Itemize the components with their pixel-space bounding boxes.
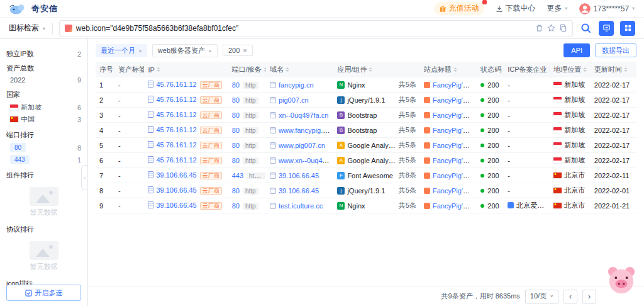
app-count-link[interactable]: 共5条 <box>399 140 416 150</box>
app-count-link[interactable]: 共5条 <box>399 110 416 120</box>
table-row[interactable]: 9 - 39.106.66.45云厂商 80http test.iculture… <box>96 198 636 213</box>
column-header[interactable]: 序号 <box>96 62 114 77</box>
ip-link[interactable]: 45.76.161.12 <box>156 111 196 118</box>
column-header[interactable]: 更新时间 <box>591 62 636 77</box>
sort-icon[interactable] <box>369 67 372 72</box>
port-link[interactable]: 80 <box>232 96 240 104</box>
site-title-link[interactable]: FancyPig's blo... <box>433 127 477 134</box>
ip-doc-icon[interactable] <box>148 186 153 193</box>
ip-link[interactable]: 39.106.66.45 <box>156 201 196 209</box>
app-count-link[interactable]: 共5条 <box>399 80 416 89</box>
site-title-link[interactable]: FancyPig's blo... <box>433 172 477 179</box>
domain-link[interactable]: fancypig.cn <box>279 81 314 89</box>
table-row[interactable]: 1 - 45.76.161.12云厂商 80http fancypig.cn N… <box>96 77 636 93</box>
sort-icon[interactable] <box>453 67 457 72</box>
port-link[interactable]: 80 <box>232 142 240 149</box>
domain-link[interactable]: www.fancypig.cn <box>279 127 330 134</box>
close-icon[interactable]: × <box>243 47 247 54</box>
multi-select-button[interactable]: 开启多选 <box>6 285 81 301</box>
domain-link[interactable]: www.xn--0uq497fa... <box>279 157 334 164</box>
table-row[interactable]: 4 - 45.76.161.12云厂商 80http www.fancypig.… <box>96 123 636 138</box>
ip-doc-icon[interactable] <box>148 126 153 133</box>
table-row[interactable]: 2 - 45.76.161.12云厂商 80http pig007.cn jjQ… <box>96 93 636 108</box>
column-header[interactable]: 站点标题 <box>420 62 477 77</box>
search-input[interactable]: web.icon="d4e9b75f58a5663b6f38efa8bf01cf… <box>59 20 573 37</box>
brand-logo[interactable]: 奇安信 <box>9 3 58 15</box>
column-header[interactable]: ICP备案企业 <box>504 62 550 77</box>
account-menu[interactable]: 173*****57 ∨ <box>579 3 635 14</box>
pig-mascot[interactable] <box>605 265 638 297</box>
ip-link[interactable]: 45.76.161.12 <box>156 141 196 149</box>
sort-icon[interactable] <box>583 67 587 72</box>
port-link[interactable]: 443 <box>232 172 243 179</box>
asset-type-filter[interactable]: web服务器资产 ∨ <box>152 44 218 57</box>
app-count-link[interactable]: 共5条 <box>399 95 416 105</box>
sort-icon[interactable] <box>503 67 504 72</box>
domain-link[interactable]: pig007.cn <box>279 96 309 104</box>
page-size-select[interactable]: 10/页 ∨ <box>525 290 558 303</box>
ip-link[interactable]: 45.76.161.12 <box>156 156 196 164</box>
sort-icon[interactable] <box>157 67 160 72</box>
app-count-link[interactable]: 共5条 <box>399 125 416 135</box>
ip-link[interactable]: 45.76.161.12 <box>156 81 196 88</box>
table-row[interactable]: 8 - 39.106.66.45云厂商 80http 39.106.66.45 … <box>96 183 636 198</box>
prev-page-button[interactable]: ‹ <box>564 290 577 303</box>
sort-icon[interactable] <box>624 67 628 72</box>
search-mode-select[interactable]: 图标检索 ∨ <box>9 23 46 33</box>
table-row[interactable]: 6 - 45.76.161.12云厂商 80http www.xn--0uq49… <box>96 153 636 168</box>
ip-doc-icon[interactable] <box>148 111 153 118</box>
ip-link[interactable]: 45.76.161.12 <box>156 96 196 103</box>
app-count-link[interactable]: 共5条 <box>399 156 416 165</box>
data-view-button[interactable] <box>620 21 635 36</box>
status-filter-tag[interactable]: 200 × <box>223 45 253 56</box>
domain-link[interactable]: test.iculture.cc <box>279 202 323 210</box>
export-button[interactable]: 数据导出 <box>595 43 636 57</box>
site-title-link[interactable]: FancyPig's blo... <box>433 81 477 89</box>
site-title-link[interactable]: FancyPig's blo... <box>433 142 477 149</box>
ip-link[interactable]: 39.106.66.45 <box>156 186 196 194</box>
app-count-link[interactable]: 共8条 <box>399 171 416 180</box>
ip-doc-icon[interactable] <box>148 171 153 178</box>
port-item[interactable]: 80 8 <box>6 142 81 154</box>
aggregate-analysis-button[interactable] <box>599 21 614 36</box>
column-header[interactable]: 端口/服务 <box>228 62 266 77</box>
sort-icon[interactable] <box>264 67 266 72</box>
domain-link[interactable]: 39.106.66.45 <box>279 172 319 179</box>
country-item[interactable]: 中国 3 <box>6 113 81 125</box>
site-title-link[interactable]: FancyPig's blo... <box>433 157 477 164</box>
ip-doc-icon[interactable] <box>148 141 153 148</box>
column-header[interactable]: 资产标签 <box>114 62 144 77</box>
ip-doc-icon[interactable] <box>148 81 153 88</box>
api-button[interactable]: API <box>564 43 590 57</box>
favorite-star-icon[interactable] <box>547 24 555 32</box>
column-header[interactable]: 地理位置 <box>550 62 591 77</box>
column-header[interactable]: 应用/组件 <box>333 62 420 77</box>
port-link[interactable]: 80 <box>232 157 240 164</box>
app-count-link[interactable]: 共5条 <box>399 186 416 195</box>
site-title-link[interactable]: FancyPig's blo... <box>433 202 477 210</box>
port-link[interactable]: 80 <box>232 202 240 210</box>
domain-link[interactable]: xn--0uq497fa.cn <box>279 111 329 119</box>
domain-link[interactable]: www.pig007.cn <box>279 142 325 149</box>
port-link[interactable]: 80 <box>232 187 240 195</box>
port-item[interactable]: 443 1 <box>6 154 81 166</box>
ip-link[interactable]: 39.106.66.45 <box>156 171 196 179</box>
column-header[interactable]: IP <box>144 62 228 77</box>
ip-doc-icon[interactable] <box>148 96 153 103</box>
table-row[interactable]: 3 - 45.76.161.12云厂商 80http xn--0uq497fa.… <box>96 108 636 123</box>
site-title-link[interactable]: FancyPig's blo... <box>433 187 477 195</box>
ip-doc-icon[interactable] <box>148 201 153 208</box>
country-item[interactable]: 新加坡 6 <box>6 101 81 113</box>
more-menu[interactable]: 更多 ∨ <box>547 3 569 14</box>
search-icon[interactable] <box>580 23 591 33</box>
next-page-button[interactable]: › <box>582 290 596 303</box>
sort-icon[interactable] <box>549 67 550 72</box>
ip-link[interactable]: 45.76.161.12 <box>156 126 196 133</box>
column-header[interactable]: 状态码 <box>477 62 504 77</box>
copy-icon[interactable] <box>559 24 567 32</box>
site-title-link[interactable]: FancyPig's blo... <box>433 111 477 119</box>
recharge-activity-link[interactable]: 充值活动 <box>434 2 484 15</box>
domain-link[interactable]: 39.106.66.45 <box>279 187 319 195</box>
clear-trash-icon[interactable] <box>535 24 543 32</box>
time-filter[interactable]: 最近一个月 ∨ <box>96 44 147 57</box>
